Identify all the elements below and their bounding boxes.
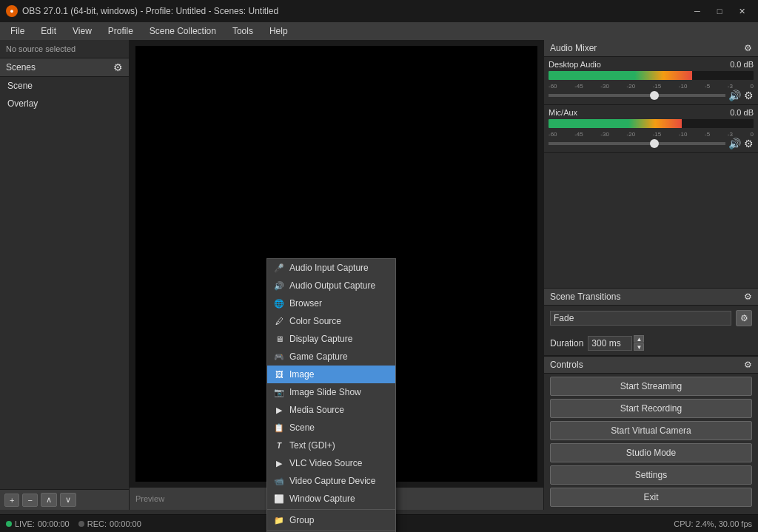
audio-mixer-config-icon[interactable]: ⚙ [744,43,752,53]
desktop-volume-slider[interactable] [549,94,725,97]
studio-mode-button[interactable]: Studio Mode [550,443,752,462]
ctx-color-source[interactable]: 🖊 Color Source [267,312,395,330]
scene-transitions-config-icon[interactable]: ⚙ [744,292,752,302]
mic-audio-level-bar [549,119,754,128]
ctx-image-slide-show[interactable]: 📷 Image Slide Show [267,383,395,401]
audio-track-desktop: Desktop Audio 0.0 dB -60-45-30-20-15-10-… [544,57,758,105]
left-panel: No source selected Scenes ⚙ Scene Overla… [0,40,130,510]
desktop-settings-icon[interactable]: ⚙ [744,90,754,101]
mic-icon: 🎤 [273,262,285,274]
ctx-media-source[interactable]: ▶ Media Source [267,401,395,419]
minimize-button[interactable]: ─ [687,4,708,18]
transition-duration-row: Duration 300 ms ▲ ▼ [544,331,758,355]
live-dot [6,521,12,527]
menu-help[interactable]: Help [262,24,295,38]
ctx-vlc-video[interactable]: ▶ VLC Video Source [267,454,395,472]
ctx-audio-input-capture[interactable]: 🎤 Audio Input Capture [267,259,395,277]
mic-audio-label: Mic/Aux [549,108,577,117]
start-streaming-button[interactable]: Start Streaming [550,377,752,396]
menu-profile[interactable]: Profile [101,24,141,38]
mic-audio-controls: 🔊 ⚙ [549,138,754,149]
preview-label: Preview [135,494,164,503]
controls-config-icon[interactable]: ⚙ [744,360,752,370]
ctx-group[interactable]: 📁 Group [267,511,395,529]
title-text: OBS 27.0.1 (64-bit, windows) - Profile: … [22,6,278,16]
title-bar: ● OBS 27.0.1 (64-bit, windows) - Profile… [0,0,758,22]
scene-transitions-panel: Scene Transitions ⚙ Fade Cut Swipe ⚙ Dur… [544,289,758,356]
rec-indicator: REC: 00:00:00 [78,519,141,528]
mic-audio-fill [549,119,682,128]
right-section: Audio Mixer ⚙ Desktop Audio 0.0 dB -60-4… [543,40,758,510]
ctx-separator-2 [267,531,395,531]
settings-button[interactable]: Settings [550,465,752,485]
ctx-scene[interactable]: 📋 Scene [267,419,395,437]
spinbox-up-arrow[interactable]: ▲ [634,335,644,343]
ctx-game-capture[interactable]: 🎮 Game Capture [267,348,395,366]
rec-time: 00:00:00 [110,519,141,528]
preview-area: Preview 🎤 Audio Input Capture 🔊 Audio Ou… [130,40,543,510]
main-content: No source selected Scenes ⚙ Scene Overla… [0,40,758,510]
game-icon: 🎮 [273,351,285,363]
transition-duration-label: Duration [550,338,583,349]
mic-volume-slider[interactable] [549,142,725,145]
spinbox-down-arrow[interactable]: ▼ [634,343,644,351]
rec-label: REC: [87,519,107,528]
transition-gear-button[interactable]: ⚙ [736,310,752,326]
audio-track-desktop-header: Desktop Audio 0.0 dB [549,60,754,69]
title-bar-left: ● OBS 27.0.1 (64-bit, windows) - Profile… [6,5,278,17]
ctx-separator-1 [267,509,395,510]
scene-move-up-button[interactable]: ∧ [41,493,57,507]
ctx-video-capture[interactable]: 📹 Video Capture Device [267,472,395,490]
scenes-toolbar: + − ∧ ∨ [0,489,129,510]
media-icon: ▶ [273,404,285,416]
scene-move-down-button[interactable]: ∨ [60,493,76,507]
start-recording-button[interactable]: Start Recording [550,399,752,418]
scene-item-scene[interactable]: Scene [0,77,129,95]
video-icon: 📹 [273,475,285,487]
start-virtual-camera-button[interactable]: Start Virtual Camera [550,421,752,440]
mic-settings-icon[interactable]: ⚙ [744,138,754,149]
ctx-text-gdi[interactable]: T Text (GDI+) [267,437,395,454]
live-time: 00:00:00 [38,519,70,528]
scene-remove-button[interactable]: − [22,494,37,507]
slideshow-icon: 📷 [273,386,285,398]
audio-mixer: Audio Mixer ⚙ Desktop Audio 0.0 dB -60-4… [544,40,758,289]
desktop-audio-label: Desktop Audio [549,60,601,69]
scene-transitions-title: Scene Transitions [550,292,620,302]
controls-title: Controls [550,360,583,370]
menu-edit[interactable]: Edit [33,24,64,38]
scene-add-button[interactable]: + [4,494,19,507]
transition-type-select[interactable]: Fade Cut Swipe [550,311,731,326]
desktop-audio-fill [549,71,692,80]
scenes-config-icon[interactable]: ⚙ [113,61,123,73]
no-source-label: No source selected [0,40,129,58]
menu-tools[interactable]: Tools [225,24,261,38]
menu-file[interactable]: File [3,24,32,38]
audio-track-mic: Mic/Aux 0.0 dB -60-45-30-20-15-10-5-30 🔊… [544,105,758,153]
maximize-button[interactable]: □ [709,4,730,18]
mic-mute-icon[interactable]: 🔊 [728,138,741,149]
desktop-level-ticks: -60-45-30-20-15-10-5-30 [549,83,754,90]
speaker-icon: 🔊 [273,280,285,292]
ctx-display-capture[interactable]: 🖥 Display Capture [267,330,395,348]
mic-level-ticks: -60-45-30-20-15-10-5-30 [549,131,754,138]
close-button[interactable]: ✕ [731,4,752,18]
ctx-browser[interactable]: 🌐 Browser [267,294,395,312]
menu-scene-collection[interactable]: Scene Collection [142,24,224,38]
desktop-mute-icon[interactable]: 🔊 [728,90,741,101]
transition-duration-input[interactable]: 300 ms [588,336,632,351]
ctx-image[interactable]: 🖼 Image [267,366,395,383]
color-icon: 🖊 [273,315,285,327]
scene-icon: 📋 [273,422,285,434]
spinbox-arrows: ▲ ▼ [634,335,644,351]
exit-button[interactable]: Exit [550,488,752,507]
scene-list: Scene Overlay [0,77,129,489]
group-icon: 📁 [273,514,285,526]
mic-slider-thumb [650,139,659,148]
menu-view[interactable]: View [65,24,99,38]
ctx-audio-output-capture[interactable]: 🔊 Audio Output Capture [267,277,395,294]
ctx-window-capture[interactable]: ⬜ Window Capture [267,490,395,508]
window-controls: ─ □ ✕ [687,4,752,18]
scene-item-overlay[interactable]: Overlay [0,95,129,112]
window-icon: ⬜ [273,493,285,505]
